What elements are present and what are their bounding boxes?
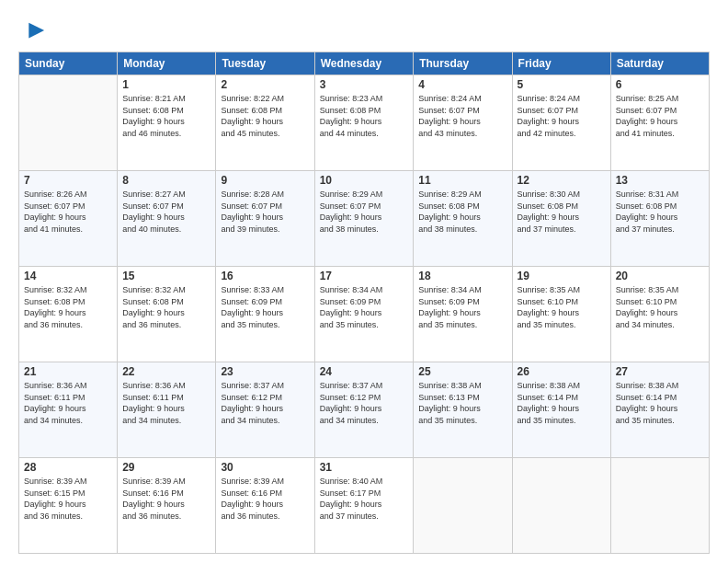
calendar-cell: 24Sunrise: 8:37 AM Sunset: 6:12 PM Dayli… bbox=[314, 362, 414, 458]
calendar-week-row: 14Sunrise: 8:32 AM Sunset: 6:08 PM Dayli… bbox=[19, 267, 710, 362]
calendar-cell: 19Sunrise: 8:35 AM Sunset: 6:10 PM Dayli… bbox=[512, 267, 610, 362]
calendar-cell: 5Sunrise: 8:24 AM Sunset: 6:07 PM Daylig… bbox=[512, 75, 610, 171]
day-info: Sunrise: 8:27 AM Sunset: 6:07 PM Dayligh… bbox=[122, 189, 210, 235]
calendar-cell: 21Sunrise: 8:36 AM Sunset: 6:11 PM Dayli… bbox=[19, 362, 118, 458]
calendar-cell: 26Sunrise: 8:38 AM Sunset: 6:14 PM Dayli… bbox=[512, 362, 610, 458]
day-info: Sunrise: 8:35 AM Sunset: 6:10 PM Dayligh… bbox=[616, 284, 704, 330]
day-info: Sunrise: 8:38 AM Sunset: 6:14 PM Dayligh… bbox=[518, 380, 606, 426]
calendar-week-row: 21Sunrise: 8:36 AM Sunset: 6:11 PM Dayli… bbox=[19, 362, 710, 458]
day-info: Sunrise: 8:28 AM Sunset: 6:07 PM Dayligh… bbox=[221, 189, 309, 235]
calendar-cell: 13Sunrise: 8:31 AM Sunset: 6:08 PM Dayli… bbox=[610, 171, 709, 267]
calendar-week-row: 1Sunrise: 8:21 AM Sunset: 6:08 PM Daylig… bbox=[19, 75, 710, 171]
day-number: 10 bbox=[320, 174, 409, 187]
calendar-table: SundayMondayTuesdayWednesdayThursdayFrid… bbox=[18, 52, 710, 554]
calendar-cell: 31Sunrise: 8:40 AM Sunset: 6:17 PM Dayli… bbox=[314, 458, 414, 554]
day-info: Sunrise: 8:21 AM Sunset: 6:08 PM Dayligh… bbox=[122, 93, 210, 139]
day-info: Sunrise: 8:24 AM Sunset: 6:07 PM Dayligh… bbox=[518, 93, 606, 139]
day-number: 18 bbox=[418, 270, 506, 282]
day-of-week-header: Wednesday bbox=[314, 52, 414, 75]
day-number: 11 bbox=[418, 174, 506, 187]
calendar-cell: 3Sunrise: 8:23 AM Sunset: 6:08 PM Daylig… bbox=[314, 75, 414, 171]
calendar-cell: 10Sunrise: 8:29 AM Sunset: 6:07 PM Dayli… bbox=[314, 171, 414, 267]
calendar-cell: 6Sunrise: 8:25 AM Sunset: 6:07 PM Daylig… bbox=[610, 75, 709, 171]
day-number: 2 bbox=[221, 78, 309, 91]
day-number: 22 bbox=[122, 365, 210, 378]
day-info: Sunrise: 8:38 AM Sunset: 6:14 PM Dayligh… bbox=[616, 380, 704, 426]
day-info: Sunrise: 8:22 AM Sunset: 6:08 PM Dayligh… bbox=[221, 93, 309, 139]
day-info: Sunrise: 8:29 AM Sunset: 6:07 PM Dayligh… bbox=[320, 189, 409, 235]
calendar-cell: 29Sunrise: 8:39 AM Sunset: 6:16 PM Dayli… bbox=[118, 458, 216, 554]
day-info: Sunrise: 8:26 AM Sunset: 6:07 PM Dayligh… bbox=[24, 189, 112, 235]
header bbox=[18, 15, 710, 44]
day-of-week-header: Saturday bbox=[610, 52, 709, 75]
calendar-cell: 12Sunrise: 8:30 AM Sunset: 6:08 PM Dayli… bbox=[512, 171, 610, 267]
day-number: 20 bbox=[616, 270, 704, 282]
calendar-cell: 7Sunrise: 8:26 AM Sunset: 6:07 PM Daylig… bbox=[19, 171, 118, 267]
day-number: 26 bbox=[518, 365, 606, 378]
day-info: Sunrise: 8:38 AM Sunset: 6:13 PM Dayligh… bbox=[418, 380, 506, 426]
calendar-cell: 30Sunrise: 8:39 AM Sunset: 6:16 PM Dayli… bbox=[216, 458, 314, 554]
calendar-cell: 4Sunrise: 8:24 AM Sunset: 6:07 PM Daylig… bbox=[414, 75, 512, 171]
calendar-cell bbox=[414, 458, 512, 554]
calendar-header-row: SundayMondayTuesdayWednesdayThursdayFrid… bbox=[19, 52, 710, 75]
calendar-cell: 27Sunrise: 8:38 AM Sunset: 6:14 PM Dayli… bbox=[610, 362, 709, 458]
day-info: Sunrise: 8:34 AM Sunset: 6:09 PM Dayligh… bbox=[320, 284, 409, 330]
day-number: 16 bbox=[221, 270, 309, 282]
calendar-cell bbox=[19, 75, 118, 171]
day-info: Sunrise: 8:25 AM Sunset: 6:07 PM Dayligh… bbox=[616, 93, 704, 139]
day-number: 28 bbox=[24, 461, 112, 474]
day-info: Sunrise: 8:32 AM Sunset: 6:08 PM Dayligh… bbox=[122, 284, 210, 330]
day-number: 8 bbox=[122, 174, 210, 187]
calendar-cell: 23Sunrise: 8:37 AM Sunset: 6:12 PM Dayli… bbox=[216, 362, 314, 458]
page: SundayMondayTuesdayWednesdayThursdayFrid… bbox=[0, 0, 728, 563]
day-number: 30 bbox=[221, 461, 309, 474]
calendar-cell: 8Sunrise: 8:27 AM Sunset: 6:07 PM Daylig… bbox=[118, 171, 216, 267]
day-info: Sunrise: 8:37 AM Sunset: 6:12 PM Dayligh… bbox=[221, 380, 309, 426]
day-number: 23 bbox=[221, 365, 309, 378]
day-number: 21 bbox=[24, 365, 112, 378]
day-info: Sunrise: 8:32 AM Sunset: 6:08 PM Dayligh… bbox=[24, 284, 112, 330]
svg-marker-0 bbox=[28, 23, 44, 39]
day-number: 25 bbox=[418, 365, 506, 378]
day-info: Sunrise: 8:39 AM Sunset: 6:16 PM Dayligh… bbox=[221, 476, 309, 522]
day-of-week-header: Tuesday bbox=[216, 52, 314, 75]
calendar-cell: 22Sunrise: 8:36 AM Sunset: 6:11 PM Dayli… bbox=[118, 362, 216, 458]
day-number: 19 bbox=[518, 270, 606, 282]
calendar-cell: 25Sunrise: 8:38 AM Sunset: 6:13 PM Dayli… bbox=[414, 362, 512, 458]
calendar-cell: 9Sunrise: 8:28 AM Sunset: 6:07 PM Daylig… bbox=[216, 171, 314, 267]
day-info: Sunrise: 8:40 AM Sunset: 6:17 PM Dayligh… bbox=[320, 476, 409, 522]
calendar-week-row: 28Sunrise: 8:39 AM Sunset: 6:15 PM Dayli… bbox=[19, 458, 710, 554]
day-of-week-header: Thursday bbox=[414, 52, 512, 75]
logo-icon bbox=[20, 18, 46, 44]
day-number: 31 bbox=[320, 461, 409, 474]
day-number: 14 bbox=[24, 270, 112, 282]
calendar-cell: 15Sunrise: 8:32 AM Sunset: 6:08 PM Dayli… bbox=[118, 267, 216, 362]
calendar-cell: 11Sunrise: 8:29 AM Sunset: 6:08 PM Dayli… bbox=[414, 171, 512, 267]
day-of-week-header: Monday bbox=[118, 52, 216, 75]
day-number: 3 bbox=[320, 78, 409, 91]
calendar-cell: 16Sunrise: 8:33 AM Sunset: 6:09 PM Dayli… bbox=[216, 267, 314, 362]
day-info: Sunrise: 8:30 AM Sunset: 6:08 PM Dayligh… bbox=[518, 189, 606, 235]
calendar-cell: 28Sunrise: 8:39 AM Sunset: 6:15 PM Dayli… bbox=[19, 458, 118, 554]
day-number: 1 bbox=[122, 78, 210, 91]
day-number: 7 bbox=[24, 174, 112, 187]
day-info: Sunrise: 8:36 AM Sunset: 6:11 PM Dayligh… bbox=[24, 380, 112, 426]
day-number: 13 bbox=[616, 174, 704, 187]
calendar-cell: 14Sunrise: 8:32 AM Sunset: 6:08 PM Dayli… bbox=[19, 267, 118, 362]
calendar-week-row: 7Sunrise: 8:26 AM Sunset: 6:07 PM Daylig… bbox=[19, 171, 710, 267]
calendar-cell: 1Sunrise: 8:21 AM Sunset: 6:08 PM Daylig… bbox=[118, 75, 216, 171]
calendar-cell: 17Sunrise: 8:34 AM Sunset: 6:09 PM Dayli… bbox=[314, 267, 414, 362]
day-number: 5 bbox=[518, 78, 606, 91]
day-number: 24 bbox=[320, 365, 409, 378]
day-info: Sunrise: 8:39 AM Sunset: 6:15 PM Dayligh… bbox=[24, 476, 112, 522]
day-info: Sunrise: 8:36 AM Sunset: 6:11 PM Dayligh… bbox=[122, 380, 210, 426]
day-info: Sunrise: 8:23 AM Sunset: 6:08 PM Dayligh… bbox=[320, 93, 409, 139]
calendar-cell: 2Sunrise: 8:22 AM Sunset: 6:08 PM Daylig… bbox=[216, 75, 314, 171]
day-info: Sunrise: 8:35 AM Sunset: 6:10 PM Dayligh… bbox=[518, 284, 606, 330]
day-number: 17 bbox=[320, 270, 409, 282]
day-number: 27 bbox=[616, 365, 704, 378]
logo bbox=[18, 18, 46, 44]
day-number: 9 bbox=[221, 174, 309, 187]
day-info: Sunrise: 8:24 AM Sunset: 6:07 PM Dayligh… bbox=[418, 93, 506, 139]
day-info: Sunrise: 8:37 AM Sunset: 6:12 PM Dayligh… bbox=[320, 380, 409, 426]
